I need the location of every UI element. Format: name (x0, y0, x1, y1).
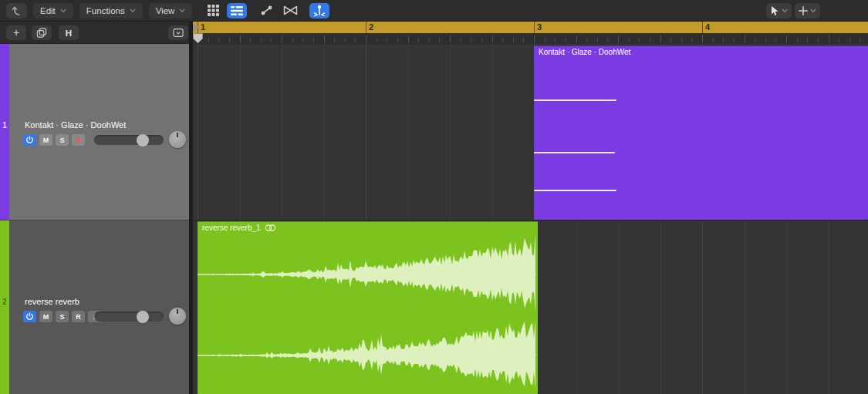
ruler-tick (860, 38, 860, 42)
back-arrow-icon (11, 5, 22, 16)
ruler-tick (734, 38, 735, 42)
pointer-tool-button[interactable] (766, 3, 792, 19)
ruler-tick (418, 38, 419, 42)
track-header-toolbar: + H (0, 22, 193, 44)
ruler-tick (282, 35, 282, 42)
global-tracks-button[interactable] (168, 25, 188, 40)
track-s-button[interactable]: S (56, 134, 69, 146)
track-header-2[interactable]: 2 reverse reverb MSRI (0, 220, 189, 394)
volume-slider-thumb[interactable] (137, 134, 149, 146)
ruler-tick (545, 38, 545, 42)
pan-knob[interactable] (169, 308, 186, 325)
bar-ruler[interactable]: 1234 (193, 22, 868, 44)
ruler-tick (849, 38, 850, 42)
edit-menu[interactable]: Edit (33, 3, 73, 19)
hide-tracks-label: H (66, 29, 72, 38)
track-name[interactable]: reverse reverb (25, 297, 79, 306)
stereo-icon (265, 224, 276, 231)
audio-region[interactable]: reverse reverb_1 (198, 221, 538, 394)
track-color-strip (0, 221, 9, 394)
ruler-tick (366, 35, 366, 42)
chevron-down-icon (60, 8, 66, 13)
track-r-button[interactable]: R (72, 134, 85, 146)
ruler-tick (607, 38, 608, 42)
track-name[interactable]: Kontakt · Glaze · DoohWet (25, 120, 126, 130)
crosshair-tool-button[interactable] (795, 3, 820, 19)
track-list-button[interactable] (227, 3, 247, 19)
ruler-tick (461, 38, 461, 42)
flex-icon (283, 5, 298, 15)
ruler-tick (502, 38, 503, 42)
ruler-tick (555, 38, 556, 42)
midi-note (534, 99, 616, 101)
ruler-bar-band[interactable]: 1234 (193, 22, 868, 33)
ruler-tick (723, 38, 724, 42)
ruler-tick (250, 38, 251, 42)
track-r-button[interactable]: R (72, 311, 85, 322)
ruler-tick (240, 35, 241, 42)
view-menu[interactable]: View (149, 3, 193, 19)
volume-slider[interactable] (94, 311, 164, 322)
track-list-icon (231, 5, 243, 16)
catch-playhead-icon (313, 5, 326, 16)
ruler-tick (471, 38, 471, 42)
hide-tracks-button[interactable]: H (59, 25, 79, 40)
ruler-tick (429, 38, 430, 42)
ruler-tick (629, 38, 630, 42)
catch-playhead-button[interactable] (309, 3, 329, 19)
ruler-tick (650, 38, 650, 42)
ruler-tick (797, 38, 798, 42)
grid-view-button[interactable] (203, 3, 223, 19)
ruler-tick (302, 38, 303, 42)
track-number: 1 (0, 121, 9, 130)
track-controls: MSR (23, 133, 85, 146)
ruler-tick (334, 38, 335, 42)
track-m-button[interactable]: M (39, 311, 52, 322)
volume-slider[interactable] (94, 135, 164, 145)
ruler-tick (324, 35, 325, 42)
chevron-down-icon (810, 8, 816, 13)
ruler-tick (618, 35, 619, 42)
automation-icon (260, 5, 273, 16)
pan-knob[interactable] (169, 131, 186, 148)
ruler-tick (439, 38, 440, 42)
functions-menu[interactable]: Functions (79, 3, 143, 19)
ruler-tick (345, 38, 346, 42)
chevron-down-icon (130, 8, 136, 13)
ruler-tick (713, 38, 714, 42)
ruler-tick (355, 38, 356, 42)
ruler-tick-band[interactable] (193, 33, 868, 44)
ruler-tick (208, 38, 209, 42)
ruler-tick (597, 38, 598, 42)
flex-button[interactable] (280, 3, 300, 19)
arrange-area[interactable]: Kontakt · Glaze · DoohWet reverse reverb… (193, 44, 868, 394)
add-track-button[interactable]: + (6, 25, 26, 40)
ruler-tick (807, 38, 808, 42)
ruler-tick (829, 35, 829, 42)
ruler-tick (218, 38, 219, 42)
back-arrow-button[interactable] (6, 3, 27, 19)
chevron-down-icon (179, 8, 185, 13)
ruler-tick (229, 38, 230, 42)
track-controls: MSRI (23, 310, 101, 323)
volume-slider-thumb[interactable] (137, 311, 149, 323)
ruler-tick (408, 35, 409, 42)
ruler-tick (292, 38, 293, 42)
track-s-button[interactable]: S (56, 311, 69, 322)
track-m-button[interactable]: M (39, 134, 52, 146)
pointer-tool-icon (771, 6, 779, 16)
ruler-tick (839, 38, 839, 42)
track-header-1[interactable]: 1 Kontakt · Glaze · DoohWet MSR (0, 44, 189, 220)
track-power-button[interactable] (23, 134, 36, 146)
ruler-tick (534, 35, 535, 42)
midi-region[interactable]: Kontakt · Glaze · DoohWet (534, 45, 868, 220)
bar-separator (702, 22, 703, 33)
audio-waveform (198, 222, 538, 394)
bar-number: 2 (369, 22, 373, 32)
track-power-button[interactable] (23, 311, 36, 322)
automation-button[interactable] (256, 3, 276, 19)
ruler-tick (481, 38, 482, 42)
functions-menu-label: Functions (86, 6, 125, 15)
duplicate-track-button[interactable] (32, 25, 52, 40)
ruler-tick (639, 38, 640, 42)
